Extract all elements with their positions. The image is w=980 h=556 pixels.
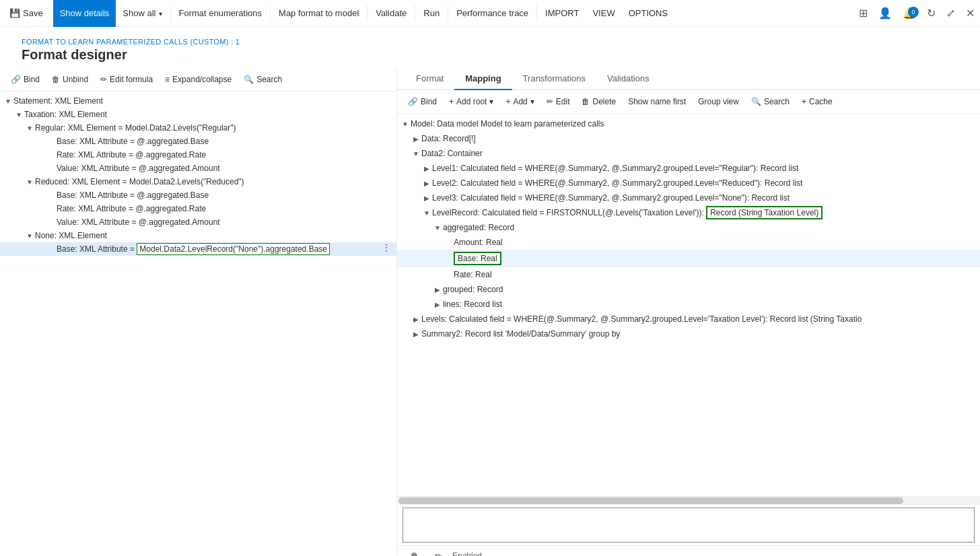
run-button[interactable]: Run [417, 0, 446, 27]
close-icon[interactable]: ✕ [963, 4, 977, 22]
scrollbar-thumb[interactable] [398, 497, 903, 504]
notification-badge: 0 [908, 7, 919, 18]
view-button[interactable]: VIEW [586, 0, 621, 27]
unbind-button[interactable]: 🗑 Unbind [46, 72, 94, 87]
type-highlight: Record (String Taxation Level) [706, 206, 823, 219]
tree-arrow[interactable]: ▶ [411, 314, 421, 324]
list-item[interactable]: ▶ Base: Real [397, 250, 980, 267]
bind-button[interactable]: 🔗 Bind [5, 72, 45, 87]
add-chevron: ▾ [530, 97, 534, 106]
right-tree: ▼ Model: Data model Model to learn param… [397, 114, 980, 496]
tab-transformations[interactable]: Transformations [512, 68, 596, 90]
add-button[interactable]: + Add ▾ [500, 94, 539, 109]
tree-arrow[interactable]: ▶ [411, 328, 421, 339]
list-item[interactable]: ▶ lines: Record list [397, 297, 980, 312]
import-button[interactable]: IMPORT [538, 0, 586, 27]
save-button[interactable]: 💾 Save [3, 0, 50, 27]
list-item[interactable]: ▶ Rate: XML Attribute = @.aggregated.Rat… [0, 148, 396, 162]
list-item[interactable]: ▶ Value: XML Attribute = @.aggregated.Am… [0, 162, 396, 175]
tree-arrow[interactable]: ▼ [24, 230, 35, 241]
refresh-icon[interactable]: ↻ [924, 4, 938, 22]
list-item[interactable]: ▶ Base: XML Attribute = @.aggregated.Bas… [0, 135, 396, 148]
list-item[interactable]: ▶ Amount: Real [397, 235, 980, 250]
validate-button[interactable]: Validate [369, 0, 413, 27]
bind-icon: 🔗 [11, 75, 21, 84]
add-root-chevron: ▾ [489, 97, 493, 106]
more-icon[interactable]: ⋮ [382, 242, 391, 253]
tree-arrow[interactable]: ▶ [411, 133, 421, 144]
right-search-button[interactable]: 🔍 Search [746, 94, 795, 109]
list-item[interactable]: ▶ Base: XML Attribute = Model.Data2.Leve… [0, 242, 396, 256]
tree-arrow[interactable]: ▶ [421, 163, 432, 174]
list-item[interactable]: ▶ Base: XML Attribute = @.aggregated.Bas… [0, 188, 396, 202]
tree-arrow[interactable]: ▼ [432, 222, 443, 233]
show-details-button[interactable]: Show details [53, 0, 116, 27]
right-panel: Format Mapping Transformations Validatio… [397, 68, 980, 556]
right-edit-button[interactable]: ✏ Edit [541, 94, 575, 109]
map-format-button[interactable]: Map format to model [272, 0, 365, 27]
list-item[interactable]: ▼ LevelRecord: Calculated field = FIRSTO… [397, 205, 980, 220]
performance-trace-button[interactable]: Performance trace [450, 0, 535, 27]
add-root-button[interactable]: + Add root ▾ [444, 94, 499, 109]
separator-4 [367, 5, 368, 22]
show-all-button[interactable]: Show all [116, 0, 168, 27]
tab-mapping[interactable]: Mapping [454, 68, 512, 90]
edit-formula-icon: ✏ [100, 75, 107, 84]
list-item[interactable]: ▼ Model: Data model Model to learn param… [397, 116, 980, 131]
right-bind-button[interactable]: 🔗 Bind [403, 94, 442, 109]
tab-validations[interactable]: Validations [596, 68, 660, 90]
horizontal-scrollbar[interactable] [397, 497, 980, 505]
tree-arrow[interactable]: ▼ [24, 123, 35, 133]
delete-status-button[interactable]: 🗑 [405, 549, 424, 556]
grid-icon[interactable]: ⊞ [856, 4, 870, 22]
edit-formula-button[interactable]: ✏ Edit formula [95, 72, 158, 87]
tree-arrow[interactable]: ▼ [400, 118, 411, 129]
list-item[interactable]: ▶ Data: Record[!] [397, 131, 980, 146]
tree-arrow[interactable]: ▼ [411, 148, 421, 159]
list-item[interactable]: ▼ Reduced: XML Element = Model.Data2.Lev… [0, 175, 396, 188]
left-panel: 🔗 Bind 🗑 Unbind ✏ Edit formula ≡ Expand/… [0, 68, 397, 556]
list-item[interactable]: ▼ Taxation: XML Element [0, 108, 396, 121]
edit-status-button[interactable]: ✏ [429, 549, 447, 556]
external-icon[interactable]: ⤢ [944, 4, 958, 22]
list-item[interactable]: ▶ grouped: Record [397, 282, 980, 297]
tree-arrow[interactable]: ▼ [3, 96, 13, 106]
left-search-button[interactable]: 🔍 Search [238, 72, 287, 87]
tree-arrow[interactable]: ▶ [432, 299, 443, 310]
show-name-first-button[interactable]: Show name first [623, 94, 691, 109]
right-bottom: 🗑 ✏ Enabled [397, 496, 980, 556]
options-button[interactable]: OPTIONS [622, 0, 675, 27]
formula-input[interactable] [403, 508, 975, 543]
list-item[interactable]: ▶ Level3: Calculated field = WHERE(@.Sum… [397, 190, 980, 205]
separator-6 [448, 5, 448, 22]
list-item[interactable]: ▶ Level1: Calculated field = WHERE(@.Sum… [397, 161, 980, 176]
tab-format[interactable]: Format [405, 68, 454, 90]
tree-arrow[interactable]: ▼ [13, 109, 24, 120]
list-item[interactable]: ▶ Value: XML Attribute = @.aggregated.Am… [0, 215, 396, 229]
cache-button[interactable]: + Cache [796, 94, 838, 109]
user-icon[interactable]: 👤 [876, 4, 895, 22]
right-delete-button[interactable]: 🗑 Delete [576, 94, 621, 109]
list-item[interactable]: ▼ Statement: XML Element [0, 94, 396, 108]
list-item[interactable]: ▼ None: XML Element [0, 229, 396, 242]
list-item[interactable]: ▼ Data2: Container [397, 146, 980, 161]
page-title: Format designer [11, 47, 969, 68]
list-item[interactable]: ▼ Regular: XML Element = Model.Data2.Lev… [0, 121, 396, 135]
left-tree: ▼ Statement: XML Element ▼ Taxation: XML… [0, 92, 396, 556]
list-item[interactable]: ▶ Rate: XML Attribute = @.aggregated.Rat… [0, 202, 396, 215]
list-item[interactable]: ▶ Level2: Calculated field = WHERE(@.Sum… [397, 176, 980, 190]
list-item[interactable]: ▶ Levels: Calculated field = WHERE(@.Sum… [397, 312, 980, 326]
list-item[interactable]: ▶ Rate: Real [397, 267, 980, 282]
tree-arrow[interactable]: ▶ [421, 193, 432, 203]
list-item[interactable]: ▼ aggregated: Record [397, 220, 980, 235]
tree-arrow[interactable]: ▶ [432, 284, 443, 295]
format-enumerations-button[interactable]: Format enumerations [172, 0, 269, 27]
expand-collapse-button[interactable]: ≡ Expand/collapse [160, 72, 237, 87]
tree-arrow[interactable]: ▼ [421, 207, 432, 218]
left-toolbar: 🔗 Bind 🗑 Unbind ✏ Edit formula ≡ Expand/… [0, 68, 396, 92]
add-icon: + [505, 97, 510, 106]
tree-arrow[interactable]: ▼ [24, 176, 35, 187]
tree-arrow[interactable]: ▶ [421, 178, 432, 188]
list-item[interactable]: ▶ Summary2: Record list 'Model/Data/Summ… [397, 326, 980, 341]
group-view-button[interactable]: Group view [693, 94, 744, 109]
